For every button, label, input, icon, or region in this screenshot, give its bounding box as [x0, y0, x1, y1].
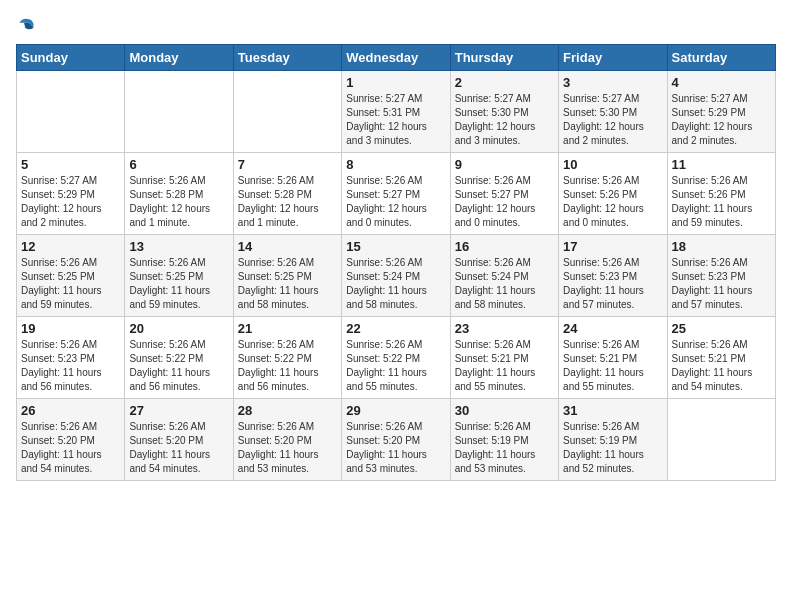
day-info: Sunrise: 5:27 AM Sunset: 5:31 PM Dayligh… — [346, 92, 445, 148]
day-info: Sunrise: 5:26 AM Sunset: 5:25 PM Dayligh… — [238, 256, 337, 312]
day-info: Sunrise: 5:26 AM Sunset: 5:20 PM Dayligh… — [129, 420, 228, 476]
day-number: 19 — [21, 321, 120, 336]
day-number: 2 — [455, 75, 554, 90]
day-cell: 8Sunrise: 5:26 AM Sunset: 5:27 PM Daylig… — [342, 153, 450, 235]
week-row-4: 26Sunrise: 5:26 AM Sunset: 5:20 PM Dayli… — [17, 399, 776, 481]
week-row-0: 1Sunrise: 5:27 AM Sunset: 5:31 PM Daylig… — [17, 71, 776, 153]
day-cell: 23Sunrise: 5:26 AM Sunset: 5:21 PM Dayli… — [450, 317, 558, 399]
header-cell-saturday: Saturday — [667, 45, 775, 71]
day-cell: 13Sunrise: 5:26 AM Sunset: 5:25 PM Dayli… — [125, 235, 233, 317]
day-number: 31 — [563, 403, 662, 418]
logo — [16, 16, 40, 36]
day-info: Sunrise: 5:26 AM Sunset: 5:19 PM Dayligh… — [455, 420, 554, 476]
day-number: 23 — [455, 321, 554, 336]
day-number: 4 — [672, 75, 771, 90]
day-cell: 10Sunrise: 5:26 AM Sunset: 5:26 PM Dayli… — [559, 153, 667, 235]
day-cell: 26Sunrise: 5:26 AM Sunset: 5:20 PM Dayli… — [17, 399, 125, 481]
day-info: Sunrise: 5:26 AM Sunset: 5:23 PM Dayligh… — [672, 256, 771, 312]
day-number: 14 — [238, 239, 337, 254]
day-cell: 11Sunrise: 5:26 AM Sunset: 5:26 PM Dayli… — [667, 153, 775, 235]
day-cell: 25Sunrise: 5:26 AM Sunset: 5:21 PM Dayli… — [667, 317, 775, 399]
day-cell: 1Sunrise: 5:27 AM Sunset: 5:31 PM Daylig… — [342, 71, 450, 153]
day-info: Sunrise: 5:26 AM Sunset: 5:22 PM Dayligh… — [129, 338, 228, 394]
day-info: Sunrise: 5:26 AM Sunset: 5:21 PM Dayligh… — [672, 338, 771, 394]
day-cell: 20Sunrise: 5:26 AM Sunset: 5:22 PM Dayli… — [125, 317, 233, 399]
day-number: 16 — [455, 239, 554, 254]
day-number: 27 — [129, 403, 228, 418]
day-cell — [125, 71, 233, 153]
day-number: 1 — [346, 75, 445, 90]
header-cell-friday: Friday — [559, 45, 667, 71]
day-number: 28 — [238, 403, 337, 418]
day-info: Sunrise: 5:26 AM Sunset: 5:20 PM Dayligh… — [346, 420, 445, 476]
day-number: 15 — [346, 239, 445, 254]
day-cell: 14Sunrise: 5:26 AM Sunset: 5:25 PM Dayli… — [233, 235, 341, 317]
day-cell: 5Sunrise: 5:27 AM Sunset: 5:29 PM Daylig… — [17, 153, 125, 235]
day-info: Sunrise: 5:26 AM Sunset: 5:23 PM Dayligh… — [21, 338, 120, 394]
day-info: Sunrise: 5:26 AM Sunset: 5:23 PM Dayligh… — [563, 256, 662, 312]
day-info: Sunrise: 5:26 AM Sunset: 5:21 PM Dayligh… — [563, 338, 662, 394]
logo-icon — [16, 16, 36, 36]
day-number: 24 — [563, 321, 662, 336]
day-info: Sunrise: 5:26 AM Sunset: 5:24 PM Dayligh… — [346, 256, 445, 312]
day-cell: 27Sunrise: 5:26 AM Sunset: 5:20 PM Dayli… — [125, 399, 233, 481]
header-row: SundayMondayTuesdayWednesdayThursdayFrid… — [17, 45, 776, 71]
day-number: 29 — [346, 403, 445, 418]
day-info: Sunrise: 5:26 AM Sunset: 5:27 PM Dayligh… — [346, 174, 445, 230]
day-cell: 28Sunrise: 5:26 AM Sunset: 5:20 PM Dayli… — [233, 399, 341, 481]
day-cell: 17Sunrise: 5:26 AM Sunset: 5:23 PM Dayli… — [559, 235, 667, 317]
day-info: Sunrise: 5:26 AM Sunset: 5:20 PM Dayligh… — [21, 420, 120, 476]
day-info: Sunrise: 5:26 AM Sunset: 5:22 PM Dayligh… — [346, 338, 445, 394]
day-number: 3 — [563, 75, 662, 90]
day-number: 22 — [346, 321, 445, 336]
page-header — [16, 16, 776, 36]
day-info: Sunrise: 5:26 AM Sunset: 5:28 PM Dayligh… — [238, 174, 337, 230]
day-cell — [233, 71, 341, 153]
day-number: 18 — [672, 239, 771, 254]
day-cell: 7Sunrise: 5:26 AM Sunset: 5:28 PM Daylig… — [233, 153, 341, 235]
header-cell-tuesday: Tuesday — [233, 45, 341, 71]
day-number: 25 — [672, 321, 771, 336]
day-info: Sunrise: 5:26 AM Sunset: 5:24 PM Dayligh… — [455, 256, 554, 312]
day-info: Sunrise: 5:26 AM Sunset: 5:26 PM Dayligh… — [563, 174, 662, 230]
day-cell: 21Sunrise: 5:26 AM Sunset: 5:22 PM Dayli… — [233, 317, 341, 399]
header-cell-monday: Monday — [125, 45, 233, 71]
day-number: 21 — [238, 321, 337, 336]
day-number: 26 — [21, 403, 120, 418]
day-number: 6 — [129, 157, 228, 172]
day-cell: 4Sunrise: 5:27 AM Sunset: 5:29 PM Daylig… — [667, 71, 775, 153]
header-cell-wednesday: Wednesday — [342, 45, 450, 71]
day-cell — [667, 399, 775, 481]
day-cell: 16Sunrise: 5:26 AM Sunset: 5:24 PM Dayli… — [450, 235, 558, 317]
day-info: Sunrise: 5:27 AM Sunset: 5:29 PM Dayligh… — [21, 174, 120, 230]
day-cell: 9Sunrise: 5:26 AM Sunset: 5:27 PM Daylig… — [450, 153, 558, 235]
day-cell: 24Sunrise: 5:26 AM Sunset: 5:21 PM Dayli… — [559, 317, 667, 399]
day-info: Sunrise: 5:26 AM Sunset: 5:20 PM Dayligh… — [238, 420, 337, 476]
day-info: Sunrise: 5:26 AM Sunset: 5:19 PM Dayligh… — [563, 420, 662, 476]
day-cell: 15Sunrise: 5:26 AM Sunset: 5:24 PM Dayli… — [342, 235, 450, 317]
day-cell: 2Sunrise: 5:27 AM Sunset: 5:30 PM Daylig… — [450, 71, 558, 153]
day-info: Sunrise: 5:27 AM Sunset: 5:30 PM Dayligh… — [563, 92, 662, 148]
day-info: Sunrise: 5:27 AM Sunset: 5:30 PM Dayligh… — [455, 92, 554, 148]
day-cell: 31Sunrise: 5:26 AM Sunset: 5:19 PM Dayli… — [559, 399, 667, 481]
day-cell: 19Sunrise: 5:26 AM Sunset: 5:23 PM Dayli… — [17, 317, 125, 399]
day-number: 9 — [455, 157, 554, 172]
day-cell: 30Sunrise: 5:26 AM Sunset: 5:19 PM Dayli… — [450, 399, 558, 481]
header-cell-thursday: Thursday — [450, 45, 558, 71]
day-cell — [17, 71, 125, 153]
day-cell: 12Sunrise: 5:26 AM Sunset: 5:25 PM Dayli… — [17, 235, 125, 317]
day-number: 20 — [129, 321, 228, 336]
day-cell: 18Sunrise: 5:26 AM Sunset: 5:23 PM Dayli… — [667, 235, 775, 317]
day-info: Sunrise: 5:26 AM Sunset: 5:25 PM Dayligh… — [21, 256, 120, 312]
day-number: 10 — [563, 157, 662, 172]
week-row-2: 12Sunrise: 5:26 AM Sunset: 5:25 PM Dayli… — [17, 235, 776, 317]
day-cell: 3Sunrise: 5:27 AM Sunset: 5:30 PM Daylig… — [559, 71, 667, 153]
day-number: 30 — [455, 403, 554, 418]
day-cell: 6Sunrise: 5:26 AM Sunset: 5:28 PM Daylig… — [125, 153, 233, 235]
day-cell: 22Sunrise: 5:26 AM Sunset: 5:22 PM Dayli… — [342, 317, 450, 399]
day-number: 11 — [672, 157, 771, 172]
day-cell: 29Sunrise: 5:26 AM Sunset: 5:20 PM Dayli… — [342, 399, 450, 481]
day-info: Sunrise: 5:26 AM Sunset: 5:21 PM Dayligh… — [455, 338, 554, 394]
day-info: Sunrise: 5:26 AM Sunset: 5:26 PM Dayligh… — [672, 174, 771, 230]
day-info: Sunrise: 5:26 AM Sunset: 5:22 PM Dayligh… — [238, 338, 337, 394]
